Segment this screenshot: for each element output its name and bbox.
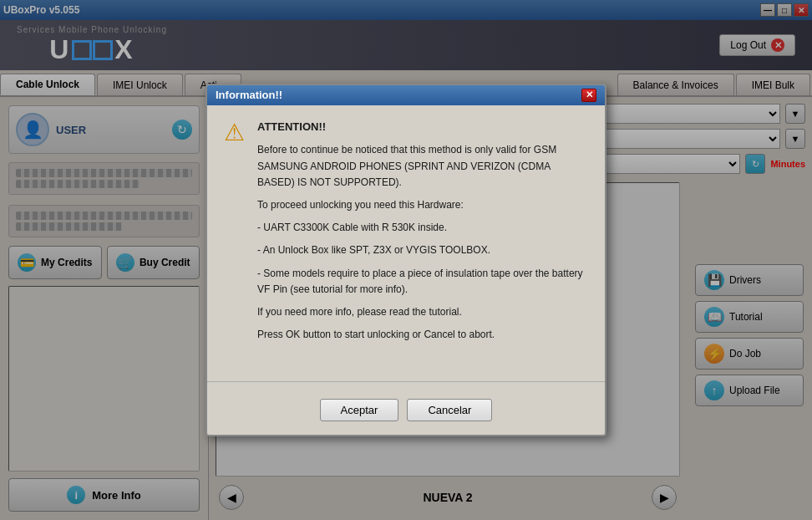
- modal-attention-row: ⚠ ATTENTION!! Before to continue be noti…: [224, 119, 588, 350]
- modal-dialog: Information!! ✕ ⚠ ATTENTION!! Before to …: [206, 84, 606, 437]
- modal-title-bar: Information!! ✕: [207, 85, 605, 105]
- modal-body: ⚠ ATTENTION!! Before to continue be noti…: [207, 105, 605, 374]
- modal-text-content: ATTENTION!! Before to continue be notice…: [257, 119, 588, 350]
- modal-separator: [207, 381, 605, 382]
- modal-bullet-1: - UART C3300K Cable with R 530K inside.: [257, 220, 588, 236]
- modal-body-text-2: To proceed unlocking you need this Hardw…: [257, 197, 588, 213]
- modal-attention-label: ATTENTION!!: [257, 119, 588, 136]
- modal-overlay: Information!! ✕ ⚠ ATTENTION!! Before to …: [0, 0, 812, 520]
- modal-body-text-3: If you need more info, please read the t…: [257, 304, 588, 320]
- modal-accept-button[interactable]: Aceptar: [320, 399, 399, 421]
- modal-body-text-4: Press OK button to start unlocking or Ca…: [257, 327, 588, 343]
- modal-cancel-button[interactable]: Cancelar: [407, 399, 492, 421]
- modal-close-button[interactable]: ✕: [581, 89, 596, 102]
- modal-bullet-3: - Some models require to place a piece o…: [257, 266, 588, 298]
- modal-footer: Aceptar Cancelar: [207, 390, 605, 435]
- modal-body-text-1: Before to continue be noticed that this …: [257, 142, 588, 191]
- warning-icon: ⚠: [224, 119, 249, 146]
- modal-title: Information!!: [216, 89, 282, 101]
- modal-bullet-2: - An Unlock Box like SPT, Z3X or VYGIS T…: [257, 242, 588, 258]
